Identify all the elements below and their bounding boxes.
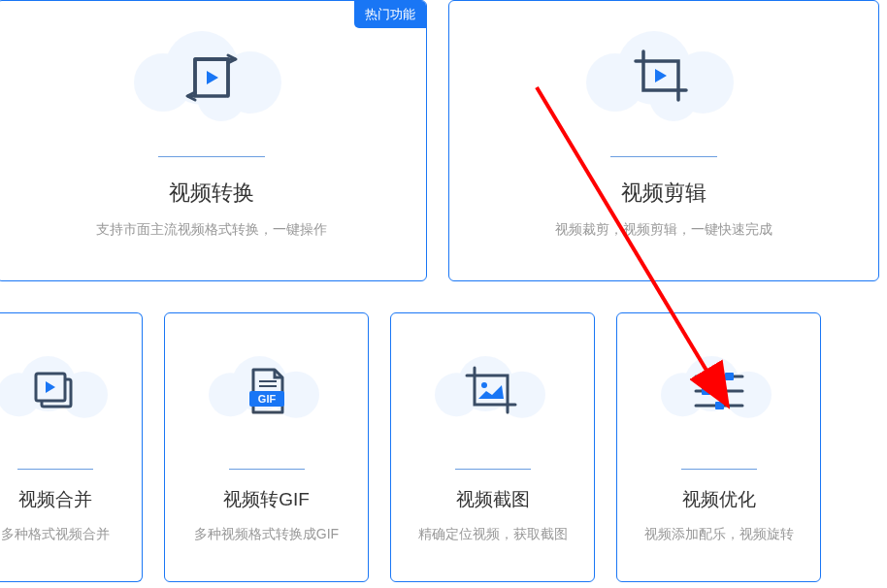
card-desc: 精确定位视频，获取截图 <box>411 526 575 543</box>
card-video-merge[interactable]: 视频合并 多种格式视频合并 <box>0 312 143 582</box>
svg-point-10 <box>649 73 698 121</box>
divider <box>17 469 93 470</box>
card-video-screenshot[interactable]: 视频截图 精确定位视频，获取截图 <box>390 312 595 582</box>
svg-point-3 <box>197 73 246 121</box>
divider <box>229 469 305 470</box>
divider <box>610 156 717 157</box>
divider <box>455 469 531 470</box>
card-desc: 多种格式视频合并 <box>0 526 117 543</box>
svg-point-18 <box>273 372 319 418</box>
card-desc: 视频裁剪，视频剪辑，一键快速完成 <box>555 221 772 239</box>
card-video-to-gif[interactable]: GIF 视频转GIF 多种视频格式转换成GIF <box>164 312 369 582</box>
icon-zone <box>617 313 820 469</box>
card-title: 视频转换 <box>169 179 254 208</box>
card-title: 视频剪辑 <box>621 179 706 208</box>
card-title: 视频转GIF <box>223 487 310 512</box>
svg-point-25 <box>499 372 545 418</box>
divider <box>158 156 265 157</box>
icon-zone <box>449 1 878 154</box>
card-title: 视频优化 <box>682 487 756 512</box>
card-desc: 多种视频格式转换成GIF <box>186 526 346 543</box>
card-title: 视频截图 <box>456 487 530 512</box>
icon-zone <box>0 1 426 154</box>
card-video-convert[interactable]: 热门功能 视频转换 支持市面主流视频格式转换，一键操作 <box>0 0 427 281</box>
svg-point-13 <box>61 372 108 418</box>
card-desc: 支持市面主流视频格式转换，一键操作 <box>96 221 327 239</box>
card-title: 视频合并 <box>18 487 92 512</box>
card-desc: 视频添加配乐，视频旋转 <box>637 526 802 543</box>
card-video-optimize[interactable]: 视频优化 视频添加配乐，视频旋转 <box>616 312 821 582</box>
icon-zone <box>391 313 594 469</box>
card-video-edit[interactable]: 视频剪辑 视频裁剪，视频剪辑，一键快速完成 <box>448 0 879 281</box>
icon-zone <box>0 313 142 469</box>
icon-zone: GIF <box>165 313 368 469</box>
divider <box>681 469 757 470</box>
svg-point-29 <box>725 372 772 418</box>
